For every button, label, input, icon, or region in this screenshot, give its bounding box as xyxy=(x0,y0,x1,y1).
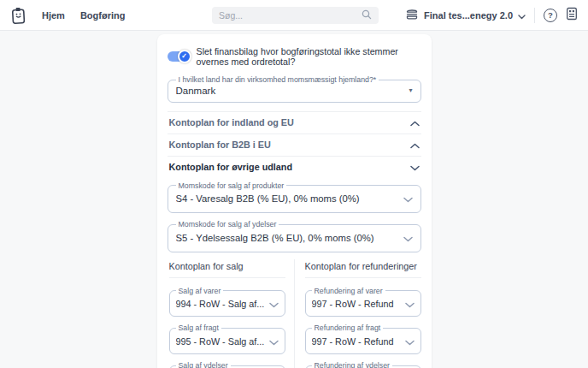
caret-down-icon: ▾ xyxy=(409,86,412,94)
chevron-down-icon xyxy=(269,296,279,312)
toggle-check-icon: ✓ xyxy=(178,50,191,63)
delete-voucher-toggle-row: ✓ Slet finansbilag hvor bogføringstotal … xyxy=(168,46,421,67)
screen: Hjem Bogføring Fi xyxy=(0,0,588,368)
accordion-b2b-i-eu[interactable]: Kontoplan for B2B i EU xyxy=(168,134,421,156)
delete-voucher-toggle-label: Slet finansbilag hvor bogføringstotal ik… xyxy=(197,46,421,67)
sales-services-label: Salg af ydelser xyxy=(176,361,231,368)
sales-goods-label: Salg af varer xyxy=(176,287,224,296)
refunds-column-heading: Kontoplan for refunderinger xyxy=(305,259,421,278)
vat-code-services-label: Momskode for salg af ydelser xyxy=(176,220,279,229)
search-input[interactable] xyxy=(219,10,356,21)
refund-freight-select[interactable]: Refundering af fragt 997 - RoW - Refund xyxy=(305,323,421,354)
navbar-left: Hjem Bogføring xyxy=(10,6,200,25)
organization-name: Final tes...enegy 2.0 xyxy=(424,10,513,21)
refund-freight-value: 997 - RoW - Refund xyxy=(312,336,400,347)
country-select-value: Danmark xyxy=(176,86,404,96)
sales-freight-label: Salg af fragt xyxy=(176,323,221,333)
refund-goods-value: 997 - RoW - Refund xyxy=(312,299,400,309)
nav-item-bogfoering[interactable]: Bogføring xyxy=(80,10,126,21)
chevron-down-icon xyxy=(410,159,420,175)
accordion-label: Kontoplan for øvrige udland xyxy=(169,162,293,172)
chevron-down-icon xyxy=(405,334,415,349)
vat-code-products-label: Momskode for salg af produkter xyxy=(176,181,287,191)
accordion-label: Kontoplan for B2B i EU xyxy=(169,139,271,150)
sales-freight-value: 995 - RoW - Salg af... xyxy=(176,336,264,347)
refund-goods-select[interactable]: Refundering af varer 997 - RoW - Refund xyxy=(305,287,421,318)
vat-settings-card: ✓ Slet finansbilag hvor bogføringstotal … xyxy=(157,34,432,368)
organization-icon xyxy=(405,8,419,23)
country-select-label: I hvilket land har din virksomhed momsmæ… xyxy=(176,75,379,85)
chevron-up-icon xyxy=(410,115,420,130)
account-columns: Kontoplan for salg Salg af varer 994 - R… xyxy=(168,259,421,368)
vat-code-products-select[interactable]: Momskode for salg af produkter S4 - Vare… xyxy=(168,181,421,214)
vat-code-services-value: S5 - Ydelsessalg B2B (% EU), 0% moms (0%… xyxy=(176,233,398,243)
chevron-up-icon xyxy=(410,137,420,152)
sales-freight-select[interactable]: Salg af fragt 995 - RoW - Salg af... xyxy=(169,323,285,354)
sales-column: Kontoplan for salg Salg af varer 994 - R… xyxy=(168,259,294,368)
organization-switcher[interactable]: Final tes...enegy 2.0 xyxy=(405,8,526,23)
nav-item-hjem[interactable]: Hjem xyxy=(42,10,65,21)
chevron-down-icon xyxy=(403,191,413,206)
delete-voucher-toggle[interactable]: ✓ xyxy=(168,51,190,62)
top-navbar: Hjem Bogføring Fi xyxy=(0,0,588,31)
global-search[interactable] xyxy=(212,7,379,24)
search-icon xyxy=(362,8,372,23)
chevron-down-icon xyxy=(518,8,526,23)
chevron-down-icon xyxy=(403,230,413,246)
vat-code-products-value: S4 - Varesalg B2B (% EU), 0% moms (0%) xyxy=(176,193,398,204)
accordion-indland-og-eu[interactable]: Kontoplan for indland og EU xyxy=(168,111,421,134)
sales-goods-select[interactable]: Salg af varer 994 - RoW - Salg af... xyxy=(169,287,285,318)
sales-services-select[interactable]: Salg af ydelser 996 - RoW - Salg af... xyxy=(169,361,285,368)
navbar-divider xyxy=(534,8,535,23)
apps-icon[interactable] xyxy=(566,7,578,24)
vat-code-services-select[interactable]: Momskode for salg af ydelser S5 - Ydelse… xyxy=(168,220,421,252)
refunds-column: Kontoplan for refunderinger Refundering … xyxy=(294,259,421,368)
app-logo-icon[interactable] xyxy=(9,5,26,25)
accordion-oevrige-udland-content: Momskode for salg af produkter S4 - Vare… xyxy=(168,178,421,368)
chevron-down-icon xyxy=(405,296,415,312)
chevron-down-icon xyxy=(269,334,279,349)
sales-goods-value: 994 - RoW - Salg af... xyxy=(176,299,264,309)
refund-goods-label: Refundering af varer xyxy=(312,287,385,296)
refund-freight-label: Refundering af fragt xyxy=(312,323,384,333)
sales-column-heading: Kontoplan for salg xyxy=(169,259,285,278)
country-select[interactable]: I hvilket land har din virksomhed momsmæ… xyxy=(168,75,421,103)
navbar-right: Final tes...enegy 2.0 ? xyxy=(405,7,578,24)
refund-services-label: Refundering af ydelser xyxy=(312,361,393,368)
accordion-label: Kontoplan for indland og EU xyxy=(169,117,294,128)
help-icon[interactable]: ? xyxy=(544,9,557,22)
refund-services-select[interactable]: Refundering af ydelser 997 - RoW - Refun… xyxy=(305,361,421,368)
accordion-oevrige-udland[interactable]: Kontoplan for øvrige udland xyxy=(168,156,421,178)
